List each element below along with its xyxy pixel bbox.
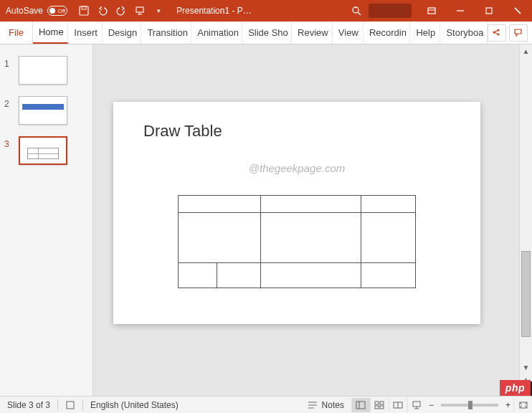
svg-line-10 xyxy=(515,8,521,14)
tab-home[interactable]: Home xyxy=(33,22,68,44)
zoom-out-icon[interactable]: − xyxy=(426,400,437,410)
undo-icon[interactable] xyxy=(96,4,109,17)
slide-indicator[interactable]: Slide 3 of 3 xyxy=(0,400,57,410)
zoom-handle[interactable] xyxy=(468,401,472,409)
thumbnail-slide-1[interactable] xyxy=(19,56,67,85)
normal-view-icon[interactable] xyxy=(351,398,370,412)
slide-canvas[interactable]: Draw Table @thegeekpage.com xyxy=(113,102,480,324)
thumbnail-slide-2[interactable] xyxy=(19,96,67,125)
autosave-control[interactable]: AutoSave Off xyxy=(0,6,73,16)
quick-access-toolbar: ▾ xyxy=(73,4,169,17)
ribbon-display-icon[interactable] xyxy=(417,0,446,22)
thumbnail-slide-3[interactable] xyxy=(19,136,67,165)
autosave-toggle[interactable]: Off xyxy=(47,6,67,16)
save-icon[interactable] xyxy=(77,4,90,17)
php-badge: php xyxy=(500,380,531,396)
svg-rect-23 xyxy=(380,406,384,409)
vertical-scrollbar[interactable]: ▲ ▼ ▴ ▾ xyxy=(519,44,532,396)
maximize-icon[interactable] xyxy=(475,0,503,22)
thumbnail-number: 2 xyxy=(4,96,16,109)
tab-help[interactable]: Help xyxy=(410,22,440,44)
svg-rect-21 xyxy=(380,402,384,404)
fit-to-window-icon[interactable] xyxy=(513,398,532,412)
title-bar: AutoSave Off ▾ Presentation1 - P… xyxy=(0,0,532,22)
accessibility-icon[interactable] xyxy=(58,400,82,410)
slide-title: Draw Table xyxy=(143,122,222,141)
svg-rect-14 xyxy=(67,402,74,409)
svg-rect-2 xyxy=(136,7,143,12)
scroll-down-icon[interactable]: ▼ xyxy=(520,361,532,373)
slide-thumbnail-panel: 1 2 3 xyxy=(0,44,93,396)
tab-view[interactable]: View xyxy=(333,22,364,44)
tab-recording[interactable]: Recordin xyxy=(364,22,411,44)
svg-rect-18 xyxy=(356,402,365,409)
notes-button[interactable]: Notes xyxy=(300,400,351,410)
tab-design[interactable]: Design xyxy=(103,22,142,44)
svg-rect-1 xyxy=(82,6,86,9)
svg-line-4 xyxy=(358,12,361,15)
thumbnail-number: 3 xyxy=(4,136,16,149)
scroll-thumb[interactable] xyxy=(521,251,531,337)
svg-point-3 xyxy=(353,7,358,13)
scroll-track[interactable] xyxy=(521,57,531,346)
qat-dropdown-icon[interactable]: ▾ xyxy=(152,4,165,17)
svg-rect-22 xyxy=(375,406,379,409)
window-controls xyxy=(417,0,532,22)
svg-point-13 xyxy=(498,34,500,36)
tab-slideshow[interactable]: Slide Sho xyxy=(242,22,292,44)
user-account[interactable] xyxy=(369,4,412,18)
slideshow-view-icon[interactable] xyxy=(407,398,426,412)
tab-storyboarding[interactable]: Storyboa xyxy=(440,22,488,44)
svg-rect-5 xyxy=(428,8,435,14)
thumbnail-row[interactable]: 2 xyxy=(0,93,92,133)
tab-review[interactable]: Review xyxy=(292,22,333,44)
autosave-label: AutoSave xyxy=(6,6,43,16)
close-icon[interactable] xyxy=(503,0,532,22)
zoom-in-icon[interactable]: + xyxy=(503,400,513,410)
svg-rect-0 xyxy=(80,6,88,15)
scroll-up-icon[interactable]: ▲ xyxy=(520,44,532,57)
svg-rect-8 xyxy=(486,8,492,14)
thumbnail-row[interactable]: 1 xyxy=(0,53,92,93)
tab-transitions[interactable]: Transition xyxy=(141,22,191,44)
language-indicator[interactable]: English (United States) xyxy=(83,400,186,410)
svg-rect-20 xyxy=(375,402,379,404)
svg-rect-26 xyxy=(413,402,420,407)
slideshow-start-icon[interactable] xyxy=(133,4,146,17)
search-icon[interactable] xyxy=(344,6,369,16)
tab-insert[interactable]: Insert xyxy=(68,22,102,44)
ribbon-tabs: File Home Insert Design Transition Anima… xyxy=(0,22,532,44)
thumbnail-number: 1 xyxy=(4,56,16,69)
file-tab[interactable]: File xyxy=(0,22,33,44)
share-button[interactable] xyxy=(488,24,506,42)
svg-point-11 xyxy=(493,32,495,34)
redo-icon[interactable] xyxy=(115,4,128,17)
thumbnail-row[interactable]: 3 xyxy=(0,133,92,174)
reading-view-icon[interactable] xyxy=(389,398,407,412)
tab-animations[interactable]: Animation xyxy=(191,22,242,44)
notes-label: Notes xyxy=(322,400,344,410)
main-area: 1 2 3 Draw Table @thegeekpage.com xyxy=(0,44,532,396)
status-bar: Slide 3 of 3 English (United States) Not… xyxy=(0,396,532,413)
comments-button[interactable] xyxy=(509,24,528,42)
svg-point-12 xyxy=(498,29,500,32)
watermark-text: @thegeekpage.com xyxy=(113,162,480,174)
slide-sorter-icon[interactable] xyxy=(370,398,389,412)
document-title: Presentation1 - P… xyxy=(169,6,344,16)
drawn-table[interactable] xyxy=(178,195,416,288)
minimize-icon[interactable] xyxy=(446,0,475,22)
slide-canvas-area: Draw Table @thegeekpage.com ▲ ▼ xyxy=(93,44,532,396)
zoom-slider[interactable] xyxy=(441,404,498,407)
